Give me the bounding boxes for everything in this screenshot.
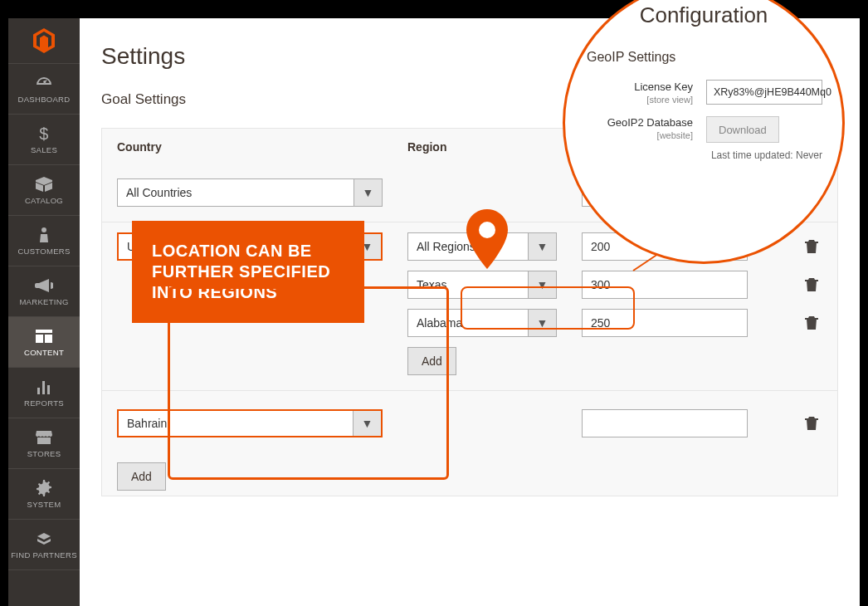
chevron-down-icon: ▼ <box>528 271 556 298</box>
mag-db-scope: [website] <box>585 130 693 140</box>
region-select[interactable]: Alabama ▼ <box>407 309 557 337</box>
trash-icon <box>805 239 818 254</box>
trash-icon <box>805 277 818 292</box>
nav-sales[interactable]: $ SALES <box>8 115 80 165</box>
chevron-down-icon: ▼ <box>528 310 556 336</box>
input-value: 250 <box>591 316 610 330</box>
region-select[interactable]: Texas ▼ <box>407 271 557 299</box>
nav-customers[interactable]: CUSTOMERS <box>8 216 80 266</box>
nav-content[interactable]: CONTENT <box>8 317 80 368</box>
nav-label: CUSTOMERS <box>17 247 70 256</box>
trash-icon <box>805 416 818 431</box>
box-icon <box>35 175 53 193</box>
input-value: XRy83%@jHE9B440Mq0 <box>714 86 831 98</box>
nav-dashboard[interactable]: DASHBOARD <box>8 64 80 115</box>
goal-input[interactable]: 300 <box>582 271 748 299</box>
gauge-icon <box>35 74 53 92</box>
country-select[interactable]: Bahrain ▼ <box>117 409 383 437</box>
input-value: 300 <box>591 278 610 291</box>
mag-db-label: GeoIP2 Database <box>585 116 693 129</box>
table-row: Add <box>102 337 837 375</box>
table-row: Bahrain ▼ <box>102 391 837 452</box>
dollar-icon: $ <box>35 125 53 143</box>
select-value: Texas <box>408 278 528 291</box>
nav-label: MARKETING <box>19 298 68 306</box>
megaphone-icon <box>35 276 53 295</box>
add-country-button[interactable]: Add <box>117 462 166 491</box>
nav-label: SYSTEM <box>27 501 61 509</box>
nav-label: DASHBOARD <box>18 95 71 104</box>
select-value: Bahrain <box>119 417 353 430</box>
region-select[interactable]: All Regions ▼ <box>407 232 557 261</box>
download-button[interactable]: Download <box>706 116 779 143</box>
add-region-button[interactable]: Add <box>407 347 456 375</box>
goal-input[interactable]: 250 <box>582 309 748 337</box>
logo <box>8 18 80 64</box>
chevron-down-icon: ▼ <box>528 233 556 260</box>
button-label: Download <box>719 124 767 136</box>
nav-catalog[interactable]: CATALOG <box>8 165 80 216</box>
delete-button[interactable] <box>801 413 822 434</box>
nav-label: SALES <box>31 146 57 154</box>
header-region: Region <box>407 140 582 154</box>
nav-system[interactable]: SYSTEM <box>8 469 80 520</box>
table-row: Add <box>102 452 837 496</box>
gear-icon <box>35 479 53 497</box>
nav-label: FIND PARTNERS <box>11 551 77 560</box>
mag-note: Last time updated: Never <box>706 149 822 161</box>
nav-label: REPORTS <box>24 399 64 408</box>
chevron-down-icon: ▼ <box>354 179 382 206</box>
partners-icon <box>35 530 53 548</box>
mag-title: Configuration <box>585 2 822 28</box>
nav-label: CATALOG <box>25 197 63 205</box>
input-value: 200 <box>591 240 610 253</box>
svg-text:$: $ <box>39 125 48 143</box>
sidebar: DASHBOARD $ SALES CATALOG CUSTOMERS MARK… <box>8 18 80 606</box>
delete-button[interactable] <box>801 236 822 257</box>
mag-license-scope: [store view] <box>585 95 693 105</box>
delete-button[interactable] <box>801 274 822 296</box>
country-select[interactable]: All Countries ▼ <box>117 178 383 207</box>
person-icon <box>35 226 53 244</box>
select-value: All Regions <box>408 240 528 253</box>
nav-find-partners[interactable]: FIND PARTNERS <box>8 520 80 570</box>
mag-license-label: License Key <box>585 81 693 93</box>
trash-icon <box>805 315 818 330</box>
layout-icon <box>35 327 53 345</box>
callout-text: LOCATION CAN BE FURTHER SPECIFIED INTO R… <box>152 242 330 301</box>
bars-icon <box>35 378 53 396</box>
nav-marketing[interactable]: MARKETING <box>8 266 80 317</box>
annotation-callout: LOCATION CAN BE FURTHER SPECIFIED INTO R… <box>132 221 364 323</box>
nav-stores[interactable]: STORES <box>8 418 80 469</box>
select-value: Alabama <box>408 316 528 330</box>
delete-button[interactable] <box>801 312 822 334</box>
button-label: Add <box>131 470 152 483</box>
goal-input[interactable] <box>582 409 748 437</box>
nav-label: STORES <box>27 450 61 458</box>
nav-label: CONTENT <box>24 349 64 357</box>
store-icon <box>35 428 53 447</box>
select-value: All Countries <box>118 186 354 199</box>
button-label: Add <box>422 354 442 368</box>
mag-section: GeoIP Settings <box>587 50 822 65</box>
chevron-down-icon: ▼ <box>353 411 381 436</box>
nav-reports[interactable]: REPORTS <box>8 368 80 418</box>
header-country: Country <box>117 140 407 154</box>
license-key-input[interactable]: XRy83%@jHE9B440Mq0 <box>706 80 822 105</box>
